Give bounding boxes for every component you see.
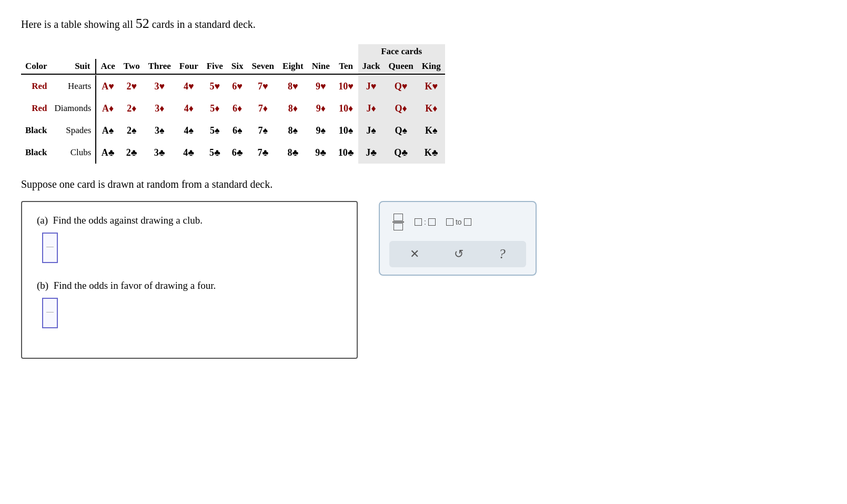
col-five: Five	[203, 59, 227, 74]
card-cell: 3♦	[144, 97, 175, 119]
col-nine: Nine	[308, 59, 334, 74]
card-cell: 9♠	[308, 119, 334, 142]
col-queen: Queen	[385, 59, 418, 74]
card-cell: 7♥	[248, 75, 279, 97]
answer-b-input[interactable]	[42, 298, 58, 328]
table-row: RedHeartsA♥2♥3♥4♥5♥6♥7♥8♥9♥10♥J♥Q♥K♥	[21, 75, 445, 97]
card-cell: 9♥	[308, 75, 334, 97]
card-cell: 5♥	[203, 75, 227, 97]
row-suit: Clubs	[51, 142, 96, 164]
card-cell: A♣	[96, 142, 119, 164]
col-color: Color	[21, 59, 51, 74]
table-row: RedDiamondsA♦2♦3♦4♦5♦6♦7♦8♦9♦10♦J♦Q♦K♦	[21, 97, 445, 119]
col-eight: Eight	[278, 59, 308, 74]
card-cell: 2♣	[119, 142, 144, 164]
fraction-a-top[interactable]	[46, 235, 54, 247]
to-tool-button[interactable]: to	[446, 218, 471, 226]
card-cell: 6♠	[227, 119, 248, 142]
card-cell: 7♣	[248, 142, 279, 164]
help-button[interactable]: ?	[499, 246, 506, 262]
card-cell: 4♠	[175, 119, 203, 142]
fraction-a-bottom[interactable]	[46, 247, 54, 260]
fraction-icon-top	[394, 214, 403, 221]
card-cell: 6♦	[227, 97, 248, 119]
to-sq-left	[446, 218, 453, 226]
card-cell: K♠	[418, 119, 445, 142]
col-king: King	[418, 59, 445, 74]
answer-b-area	[42, 298, 342, 328]
ratio-sq-left	[415, 218, 422, 226]
q-a-text: Find the odds against drawing a club.	[53, 215, 203, 226]
intro-number: 52	[136, 16, 149, 31]
refresh-button[interactable]: ↺	[454, 247, 463, 261]
col-ten: Ten	[334, 59, 358, 74]
col-suit: Suit	[51, 59, 96, 74]
x-icon: ✕	[410, 247, 419, 261]
fraction-icon	[392, 214, 404, 230]
col-seven: Seven	[248, 59, 279, 74]
card-cell: 4♦	[175, 97, 203, 119]
q-b-letter: (b)	[37, 280, 48, 291]
card-cell: K♦	[418, 97, 445, 119]
table-row: BlackSpadesA♠2♠3♠4♠5♠6♠7♠8♠9♠10♠J♠Q♠K♠	[21, 119, 445, 142]
fraction-b-top[interactable]	[46, 300, 54, 313]
help-icon: ?	[499, 246, 506, 262]
q-b-text: Find the odds in favor of drawing a four…	[54, 280, 216, 291]
card-cell: 3♥	[144, 75, 175, 97]
card-cell: A♠	[96, 119, 119, 142]
card-cell: 6♥	[227, 75, 248, 97]
clear-button[interactable]: ✕	[410, 247, 419, 261]
intro-after: cards in a standard deck.	[149, 18, 256, 30]
question-b: (b) Find the odds in favor of drawing a …	[37, 280, 342, 328]
tool-row-top: : to	[389, 209, 526, 235]
col-ace: Ace	[96, 59, 119, 74]
row-suit: Spades	[51, 119, 96, 142]
card-cell: 2♠	[119, 119, 144, 142]
col-four: Four	[175, 59, 203, 74]
tool-panel: : to ✕ ↺ ?	[379, 201, 537, 276]
card-cell: 7♦	[248, 97, 279, 119]
row-suit: Hearts	[51, 75, 96, 97]
card-cell: J♠	[358, 119, 385, 142]
table-row: BlackClubsA♣2♣3♣4♣5♣6♣7♣8♣9♣10♣J♣Q♣K♣	[21, 142, 445, 164]
question-a: (a) Find the odds against drawing a club…	[37, 215, 342, 263]
row-color: Red	[21, 97, 51, 119]
refresh-icon: ↺	[454, 247, 463, 261]
row-color: Black	[21, 119, 51, 142]
card-cell: Q♣	[385, 142, 418, 164]
card-cell: Q♦	[385, 97, 418, 119]
to-icon: to	[446, 218, 471, 226]
card-cell: J♣	[358, 142, 385, 164]
to-sq-right	[464, 218, 471, 226]
card-cell: J♥	[358, 75, 385, 97]
card-cell: 7♠	[248, 119, 279, 142]
card-cell: J♦	[358, 97, 385, 119]
card-cell: 8♥	[278, 75, 308, 97]
ratio-tool-button[interactable]: :	[415, 218, 436, 226]
face-cards-header: Face cards	[358, 44, 445, 59]
question-b-label: (b) Find the odds in favor of drawing a …	[37, 280, 342, 291]
answer-a-input[interactable]	[42, 233, 58, 263]
fraction-b-bottom[interactable]	[46, 313, 54, 325]
card-cell: 3♣	[144, 142, 175, 164]
questions-row: (a) Find the odds against drawing a club…	[21, 201, 826, 359]
card-cell: 5♦	[203, 97, 227, 119]
card-cell: 8♦	[278, 97, 308, 119]
fraction-tool-button[interactable]	[392, 214, 404, 230]
col-six: Six	[227, 59, 248, 74]
card-cell: 5♠	[203, 119, 227, 142]
ratio-icon: :	[415, 218, 436, 226]
card-cell: 2♦	[119, 97, 144, 119]
questions-box: (a) Find the odds against drawing a club…	[21, 201, 358, 359]
tool-row-bottom: ✕ ↺ ?	[389, 241, 526, 267]
card-cell: 3♠	[144, 119, 175, 142]
card-cell: 8♣	[278, 142, 308, 164]
card-table-wrapper: Face cards Color Suit Ace Two Three Four…	[21, 44, 826, 164]
card-cell: 10♣	[334, 142, 358, 164]
card-cell: 10♥	[334, 75, 358, 97]
row-color: Red	[21, 75, 51, 97]
card-cell: 10♠	[334, 119, 358, 142]
card-cell: 9♦	[308, 97, 334, 119]
card-cell: 9♣	[308, 142, 334, 164]
card-cell: K♥	[418, 75, 445, 97]
